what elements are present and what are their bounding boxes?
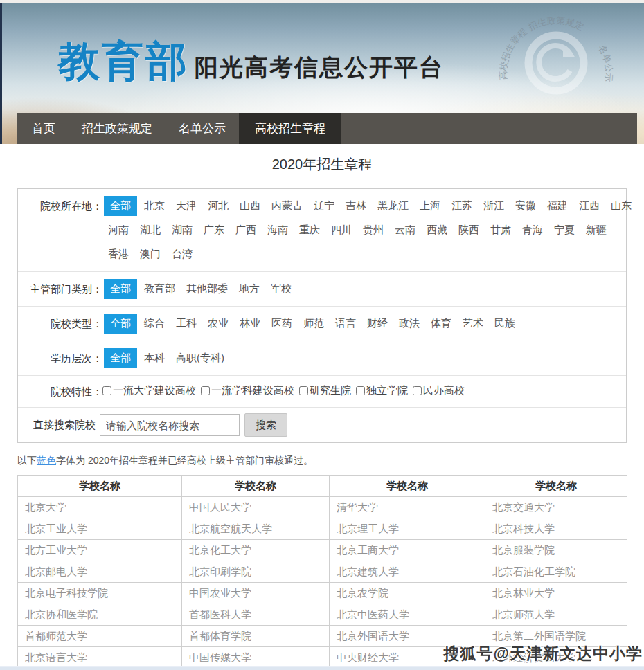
filter-option-民族[interactable]: 民族	[490, 314, 519, 334]
filter-option-重庆[interactable]: 重庆	[295, 220, 324, 240]
filter-option-四川[interactable]: 四川	[327, 220, 356, 240]
filter-option-海南[interactable]: 海南	[263, 220, 292, 240]
feature-checkbox-独立学院[interactable]: 独立学院	[356, 384, 408, 396]
notice-prefix: 以下	[17, 455, 37, 466]
nav-item-首页[interactable]: 首页	[19, 113, 69, 144]
chip-line: 全部教育部其他部委地方军校	[102, 277, 622, 301]
filter-label-school-type: 院校类型：	[18, 311, 102, 331]
school-search-input[interactable]	[100, 414, 240, 436]
filter-option-体育[interactable]: 体育	[427, 314, 456, 334]
filter-option-福建[interactable]: 福建	[543, 196, 572, 216]
nav-item-高校招生章程[interactable]: 高校招生章程	[239, 113, 341, 144]
main-nav: 首页招生政策规定名单公示高校招生章程	[17, 113, 637, 144]
site-header: 教育部 阳光高考信息公开平台 招生政策规定 高校招生章程 名单公示 首页招生政策…	[0, 3, 644, 144]
filter-option-上海[interactable]: 上海	[415, 196, 445, 216]
svg-text:高校招生章程: 高校招生章程	[498, 26, 529, 80]
filter-option-山东[interactable]: 山东	[607, 196, 636, 216]
filter-option-本科[interactable]: 本科	[140, 348, 169, 368]
school-cell-北京交通大学: 北京交通大学	[485, 497, 627, 518]
checkbox-icon[interactable]	[413, 386, 422, 395]
filter-option-湖北[interactable]: 湖北	[136, 220, 165, 240]
filter-option-浙江[interactable]: 浙江	[479, 196, 508, 216]
filter-option-吉林[interactable]: 吉林	[341, 196, 370, 216]
filter-option-艺术[interactable]: 艺术	[458, 314, 488, 334]
filter-option-高职(专科)[interactable]: 高职(专科)	[172, 348, 229, 368]
table-header-cell: 学校名称	[330, 476, 485, 497]
filter-option-香港[interactable]: 香港	[104, 244, 133, 264]
filter-option-北京[interactable]: 北京	[140, 196, 169, 216]
chip-line: 全部北京天津河北山西内蒙古辽宁吉林黑龙江上海江苏浙江安徽福建江西山东	[102, 194, 637, 218]
school-cell-中国传媒大学: 中国传媒大学	[182, 647, 330, 669]
filter-option-河南[interactable]: 河南	[104, 220, 133, 240]
filter-option-云南[interactable]: 云南	[391, 220, 420, 240]
filter-option-教育部[interactable]: 教育部	[140, 279, 179, 299]
filter-option-军校[interactable]: 军校	[267, 279, 296, 299]
search-button[interactable]: 搜索	[244, 413, 287, 437]
filter-row-degree-level: 学历层次： 全部本科高职(专科)	[18, 341, 626, 375]
school-cell-北方工业大学: 北方工业大学	[18, 540, 182, 561]
checkbox-icon[interactable]	[356, 386, 365, 395]
school-cell-首都医科大学: 首都医科大学	[182, 604, 330, 626]
filter-option-青海[interactable]: 青海	[518, 220, 547, 240]
filter-option-陕西[interactable]: 陕西	[454, 220, 483, 240]
filter-option-贵州[interactable]: 贵州	[359, 220, 388, 240]
filter-option-天津[interactable]: 天津	[172, 196, 201, 216]
nav-item-名单公示[interactable]: 名单公示	[166, 113, 239, 144]
emblem-text-top: 招生政策规定	[526, 15, 586, 33]
feature-checkbox-一流大学建设高校[interactable]: 一流大学建设高校	[102, 384, 196, 396]
filter-label-degree-level: 学历层次：	[18, 346, 102, 365]
filter-option-内蒙古[interactable]: 内蒙古	[267, 196, 307, 216]
filter-option-台湾[interactable]: 台湾	[168, 244, 197, 264]
school-cell-首都师范大学: 首都师范大学	[18, 626, 182, 647]
table-header-cell: 学校名称	[182, 476, 330, 497]
filter-option-广东[interactable]: 广东	[199, 220, 229, 240]
nav-item-招生政策规定[interactable]: 招生政策规定	[69, 113, 166, 144]
school-cell-北京服装学院: 北京服装学院	[485, 540, 627, 561]
filter-option-工科[interactable]: 工科	[172, 314, 201, 334]
filter-option-山西[interactable]: 山西	[235, 196, 265, 216]
filter-option-林业[interactable]: 林业	[235, 314, 265, 334]
filter-option-河北[interactable]: 河北	[204, 196, 233, 216]
filter-option-宁夏[interactable]: 宁夏	[550, 220, 579, 240]
filter-option-新疆[interactable]: 新疆	[582, 220, 611, 240]
chip-line: 全部本科高职(专科)	[102, 346, 622, 370]
filter-row-location: 院校所在地： 全部北京天津河北山西内蒙古辽宁吉林黑龙江上海江苏浙江安徽福建江西山…	[18, 189, 626, 271]
filter-options-school-type: 全部综合工科农业林业医药师范语言财经政法体育艺术民族	[102, 311, 622, 336]
filter-option-全部[interactable]: 全部	[104, 196, 137, 216]
filter-option-综合[interactable]: 综合	[140, 314, 169, 334]
filter-option-甘肃[interactable]: 甘肃	[486, 220, 515, 240]
feature-checkbox-民办高校[interactable]: 民办高校	[413, 384, 465, 396]
filter-option-西藏[interactable]: 西藏	[422, 220, 451, 240]
filter-option-黑龙江[interactable]: 黑龙江	[373, 196, 413, 216]
filter-option-医药[interactable]: 医药	[267, 314, 296, 334]
filter-option-安徽[interactable]: 安徽	[511, 196, 540, 216]
checkbox-icon[interactable]	[201, 386, 210, 395]
chip-line: 香港澳门台湾	[102, 242, 637, 266]
filter-option-全部[interactable]: 全部	[104, 279, 137, 299]
filter-option-江苏[interactable]: 江苏	[447, 196, 476, 216]
filter-option-语言[interactable]: 语言	[331, 314, 360, 334]
table-row: 北京大学中国人民大学清华大学北京交通大学	[18, 497, 627, 518]
filter-option-辽宁[interactable]: 辽宁	[310, 196, 339, 216]
checkbox-icon[interactable]	[102, 386, 111, 395]
feature-checkbox-一流学科建设高校[interactable]: 一流学科建设高校	[201, 384, 294, 396]
filter-option-财经[interactable]: 财经	[363, 314, 392, 334]
filter-option-地方[interactable]: 地方	[235, 279, 264, 299]
feature-checkbox-研究生院[interactable]: 研究生院	[299, 384, 351, 396]
filter-option-江西[interactable]: 江西	[575, 196, 604, 216]
filter-option-全部[interactable]: 全部	[104, 314, 137, 334]
filter-option-其他部委[interactable]: 其他部委	[182, 279, 232, 299]
school-cell-北京工业大学: 北京工业大学	[18, 518, 182, 540]
school-cell-北京农学院: 北京农学院	[330, 583, 485, 604]
filter-option-全部[interactable]: 全部	[104, 348, 137, 368]
filter-option-师范[interactable]: 师范	[299, 314, 328, 334]
filter-options-location: 全部北京天津河北山西内蒙古辽宁吉林黑龙江上海江苏浙江安徽福建江西山东河南湖北湖南…	[102, 194, 637, 266]
filter-option-广西[interactable]: 广西	[231, 220, 260, 240]
checkbox-icon[interactable]	[299, 386, 308, 395]
school-cell-首都体育学院: 首都体育学院	[182, 626, 330, 647]
filter-option-湖南[interactable]: 湖南	[168, 220, 197, 240]
filter-option-农业[interactable]: 农业	[204, 314, 233, 334]
filter-option-政法[interactable]: 政法	[395, 314, 424, 334]
school-cell-北京理工大学: 北京理工大学	[330, 518, 485, 540]
filter-option-澳门[interactable]: 澳门	[136, 244, 165, 264]
